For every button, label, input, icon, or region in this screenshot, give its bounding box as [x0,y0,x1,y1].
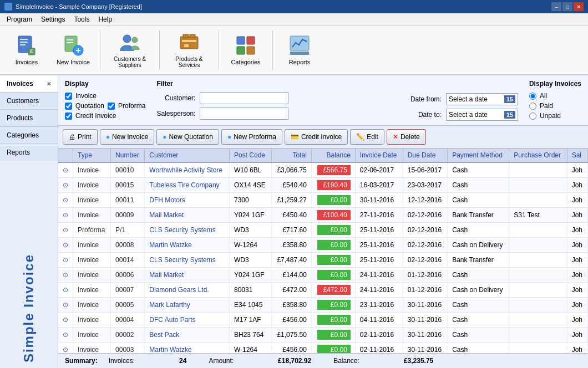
col-purchase-order[interactable]: Purchase Order [509,149,567,162]
row-expand[interactable]: ⊙ [58,162,73,178]
toolbar-reports[interactable]: Reports [277,28,322,71]
row-expand[interactable]: ⊙ [58,298,73,313]
col-total[interactable]: Total [271,149,311,162]
table-row[interactable]: ⊙ Proforma P/1 CLS Security Systems WD3 … [58,223,588,238]
row-number: 00011 [111,193,145,208]
menu-settings[interactable]: Settings [37,14,69,24]
date-to-input[interactable]: Select a date 15 [446,109,518,121]
row-expand[interactable]: ⊙ [58,343,73,354]
row-expand[interactable]: ⊙ [58,283,73,298]
col-salesperson[interactable]: Sal [567,149,587,162]
table-row[interactable]: ⊙ Invoice 00002 Best Pack BH23 764 £1,07… [58,328,588,343]
row-expand[interactable]: ⊙ [58,208,73,223]
new-quotation-button[interactable]: ● New Quotation [156,129,219,145]
row-payment-method: Cash [448,193,509,208]
row-balance: £190.40 [311,178,355,193]
sidebar-item-invoices[interactable]: Invoices ✕ [0,75,58,93]
radio-unpaid[interactable] [529,113,536,120]
checkbox-quotation[interactable] [65,103,72,110]
col-due-date[interactable]: Due Date [403,149,447,162]
summary-bar: Summary: Invoices: 24 Amount: £18,702.92… [58,353,588,368]
col-number[interactable]: Number [111,149,145,162]
row-payment-method: Bank Transfer [448,253,509,268]
customer-input[interactable] [200,92,288,104]
sidebar-item-categories[interactable]: Categories [0,127,58,144]
new-invoice-button[interactable]: ● New Invoice [100,129,155,145]
row-expand[interactable]: ⊙ [58,223,73,238]
table-row[interactable]: ⊙ Invoice 00010 Worthwhile Activity Stor… [58,162,588,178]
toolbar-products[interactable]: Products & Services [164,28,214,71]
radio-all[interactable] [529,93,536,100]
table-row[interactable]: ⊙ Invoice 00005 Mark Lafarthy E34 1045 £… [58,298,588,313]
sidebar-close-invoices[interactable]: ✕ [47,81,51,87]
maximize-button[interactable]: □ [562,2,572,11]
invoice-table-container[interactable]: Type Number Customer Post Code Total Bal… [58,149,588,353]
col-postcode[interactable]: Post Code [230,149,272,162]
col-payment-method[interactable]: Payment Method [448,149,509,162]
invoices-icon: £ [16,34,38,57]
row-purchase-order [509,343,567,354]
checkbox-invoice[interactable] [65,93,72,100]
row-due-date: 01-12-2016 [403,283,447,298]
svg-rect-24 [290,52,309,55]
date-from-input[interactable]: Select a date 15 [446,93,518,105]
table-row[interactable]: ⊙ Invoice 00007 Diamond Gears Ltd. 80031… [58,283,588,298]
title-bar: SimpleInvoice - Sample Company [Register… [0,0,588,13]
print-button[interactable]: 🖨 Print [63,129,98,145]
row-payment-method: Cash [448,223,509,238]
row-salesperson: Joh [567,343,587,354]
col-type[interactable]: Type [73,149,111,162]
toolbar-customers[interactable]: Customers & Suppliers [105,28,155,71]
credit-invoice-button[interactable]: 💳 Credit Invoice [285,129,348,145]
toolbar-categories[interactable]: Categories [224,28,268,71]
sidebar-item-reports[interactable]: Reports [0,144,58,161]
checkbox-credit[interactable] [65,113,72,120]
toolbar-new-invoice[interactable]: New Invoice [51,28,95,71]
menu-program[interactable]: Program [2,14,37,24]
table-row[interactable]: ⊙ Invoice 00015 Tubeless Tire Company OX… [58,178,588,193]
col-balance[interactable]: Balance [311,149,355,162]
row-customer: Best Pack [145,328,230,343]
row-customer: CLS Security Systems [145,253,230,268]
toolbar-invoices[interactable]: £ Invoices [4,28,49,71]
checkbox-proforma[interactable] [108,103,115,110]
col-invoice-date[interactable]: Invoice Date [355,149,403,162]
table-row[interactable]: ⊙ Invoice 00009 Mail Market Y024 1GF £45… [58,208,588,223]
row-balance: £0.00 [311,223,355,238]
row-expand[interactable]: ⊙ [58,268,73,283]
table-row[interactable]: ⊙ Invoice 00004 DFC Auto Parts M17 1AF £… [58,313,588,328]
table-row[interactable]: ⊙ Invoice 00011 DFH Motors 7300 £1,259.2… [58,193,588,208]
row-expand[interactable]: ⊙ [58,193,73,208]
row-expand[interactable]: ⊙ [58,178,73,193]
row-invoice-date: 24-11-2016 [355,268,403,283]
menu-tools[interactable]: Tools [69,14,94,24]
table-row[interactable]: ⊙ Invoice 00008 Martin Watzke W-1264 £35… [58,238,588,253]
table-row[interactable]: ⊙ Invoice 00003 Martin Watzke W-1264 £45… [58,343,588,354]
row-expand[interactable]: ⊙ [58,313,73,328]
row-expand[interactable]: ⊙ [58,253,73,268]
menu-help[interactable]: Help [94,14,116,24]
row-due-date: 12-12-2016 [403,193,447,208]
radio-paid[interactable] [529,103,536,110]
close-button[interactable]: ✕ [574,2,584,11]
edit-button[interactable]: ✏️ Edit [350,129,384,145]
col-customer[interactable]: Customer [145,149,230,162]
salesperson-label: Salesperson: [156,110,195,117]
toolbar: £ Invoices New Invoice [0,25,588,75]
row-expand[interactable]: ⊙ [58,328,73,343]
salesperson-input[interactable] [200,108,288,120]
row-expand[interactable]: ⊙ [58,238,73,253]
menu-bar: Program Settings Tools Help [0,13,588,25]
row-balance: £0.00 [311,313,355,328]
customer-filter-row: Customer: [156,92,392,104]
checkbox-credit-label: Credit Invoice [75,112,116,120]
sidebar-item-customers[interactable]: Customers [0,93,58,110]
sidebar-item-products[interactable]: Products [0,110,58,127]
products-icon [178,32,200,54]
minimize-button[interactable]: – [551,2,561,11]
new-proforma-button[interactable]: ● New Proforma [221,129,282,145]
print-icon: 🖨 [69,133,75,141]
table-row[interactable]: ⊙ Invoice 00014 CLS Security Systems WD3… [58,253,588,268]
table-row[interactable]: ⊙ Invoice 00006 Mail Market Y024 1GF £14… [58,268,588,283]
delete-button[interactable]: ✕ Delete [387,129,426,145]
